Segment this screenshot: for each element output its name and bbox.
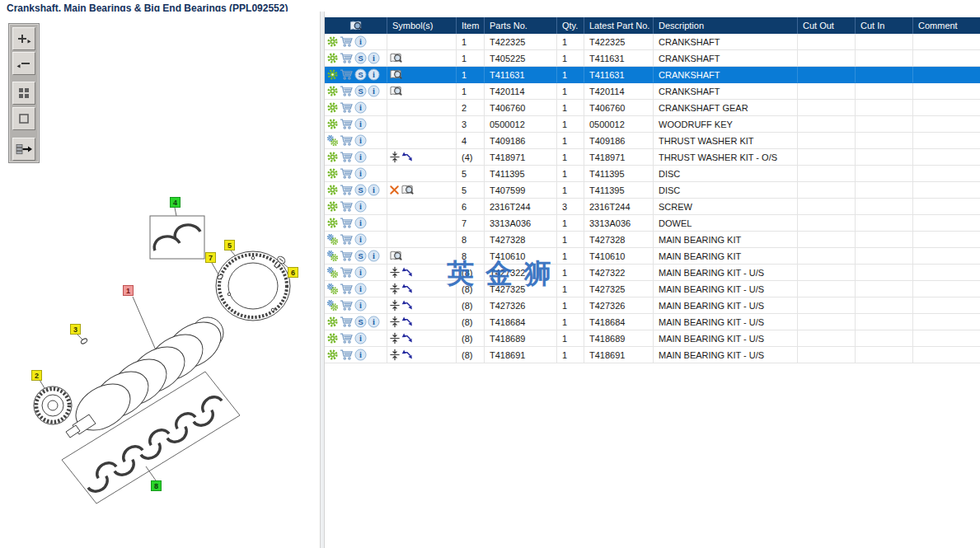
table-row[interactable]: i(8)T4273251T427325MAIN BEARING KIT - U/… <box>325 281 980 297</box>
gear-icon[interactable] <box>326 85 339 97</box>
table-row[interactable]: Si8T4106101T410610MAIN BEARING KIT <box>325 248 980 265</box>
callout-8[interactable]: 8 <box>151 480 162 491</box>
marquee-zoom-button[interactable] <box>12 107 35 130</box>
gear-icon[interactable] <box>326 68 339 81</box>
table-row[interactable]: Si1T4052251T411631CRANKSHAFT <box>325 50 980 67</box>
column-header-comment[interactable]: Comment <box>913 17 980 34</box>
cart-icon[interactable] <box>340 217 354 229</box>
callout-3[interactable]: 3 <box>70 324 81 335</box>
gear-icon[interactable] <box>326 332 339 344</box>
gear-icon[interactable] <box>326 101 339 114</box>
gear-icon[interactable] <box>326 118 339 130</box>
info-icon[interactable]: i <box>354 134 367 147</box>
cart-icon[interactable] <box>340 332 354 344</box>
table-row[interactable]: i8T4273281T427328MAIN BEARING KIT <box>325 232 980 248</box>
cart-icon[interactable] <box>340 349 354 361</box>
table-row[interactable]: i2T4067601T406760CRANKSHAFT GEAR <box>325 100 980 116</box>
cart-icon[interactable] <box>340 68 354 81</box>
cart-icon[interactable] <box>340 101 354 114</box>
cart-icon[interactable] <box>340 283 354 295</box>
cart-icon[interactable] <box>340 250 354 262</box>
info-icon[interactable]: i <box>354 101 367 114</box>
cart-icon[interactable] <box>340 52 354 64</box>
column-header-parts_no[interactable]: Parts No. <box>485 17 557 34</box>
cart-icon[interactable] <box>340 233 354 246</box>
column-header-cut_out[interactable]: Cut Out <box>798 17 856 34</box>
info-icon[interactable]: i <box>354 200 367 213</box>
cart-icon[interactable] <box>340 167 354 180</box>
callout-5[interactable]: 5 <box>224 240 235 251</box>
s-badge-icon[interactable]: S <box>354 316 367 328</box>
callout-2[interactable]: 2 <box>31 370 42 381</box>
table-row[interactable]: i5T4113951T411395DISC <box>325 166 980 182</box>
cart-icon[interactable] <box>340 299 354 311</box>
gear-icon[interactable] <box>326 151 339 163</box>
table-row[interactable]: i(8)T4273261T427326MAIN BEARING KIT - U/… <box>325 297 980 314</box>
s-badge-icon[interactable]: S <box>354 250 367 262</box>
column-header-symbols[interactable]: Symbol(s) <box>387 17 457 34</box>
gears-icon[interactable] <box>326 283 339 295</box>
info-icon[interactable]: i <box>354 332 367 344</box>
callout-6[interactable]: 6 <box>288 267 298 278</box>
gears-icon[interactable] <box>326 299 339 311</box>
column-header-description[interactable]: Description <box>654 17 798 34</box>
gears-icon[interactable] <box>326 134 339 147</box>
info-icon[interactable]: i <box>354 349 367 361</box>
gear-icon[interactable] <box>326 316 339 328</box>
info-icon[interactable]: i <box>368 52 380 64</box>
gear-icon[interactable] <box>326 167 339 180</box>
cart-icon[interactable] <box>340 85 354 97</box>
table-row[interactable]: i4T4091861T409186THRUST WASHER KIT <box>325 133 980 149</box>
gear-icon[interactable] <box>326 217 339 229</box>
cart-icon[interactable] <box>340 184 354 196</box>
info-icon[interactable]: i <box>354 233 367 246</box>
callout-7[interactable]: 7 <box>205 252 216 263</box>
callout-1[interactable]: 1 <box>123 285 134 296</box>
table-row[interactable]: Si1T4116311T411631CRANKSHAFT <box>325 67 980 83</box>
column-header-item[interactable]: Item <box>457 17 485 34</box>
gear-icon[interactable] <box>326 184 339 196</box>
table-row[interactable]: i62316T24432316T244SCREW <box>325 199 980 215</box>
cart-icon[interactable] <box>340 200 354 213</box>
callout-4[interactable]: 4 <box>170 197 181 208</box>
s-badge-icon[interactable]: S <box>354 184 367 196</box>
info-icon[interactable]: i <box>354 283 367 295</box>
table-row[interactable]: Si1T4201141T420114CRANKSHAFT <box>325 83 980 100</box>
zoom-out-button[interactable] <box>12 52 35 75</box>
cart-icon[interactable] <box>340 266 354 279</box>
info-icon[interactable]: i <box>354 151 367 163</box>
table-row[interactable]: Si5T4075991T411395DISC <box>325 182 980 199</box>
cart-icon[interactable] <box>340 35 354 48</box>
info-icon[interactable]: i <box>368 68 380 81</box>
info-icon[interactable]: i <box>354 167 367 180</box>
table-row[interactable]: i3050001210500012WOODRUFF KEY <box>325 116 980 133</box>
gears-icon[interactable] <box>326 250 339 262</box>
table-row[interactable]: i73313A03613313A036DOWEL <box>325 215 980 232</box>
export-panel-button[interactable] <box>12 138 35 161</box>
s-badge-icon[interactable]: S <box>354 85 367 97</box>
info-icon[interactable]: i <box>368 85 380 97</box>
gears-icon[interactable] <box>326 233 339 246</box>
table-row[interactable]: i(8)T4273221T427322MAIN BEARING KIT - U/… <box>325 265 980 281</box>
cart-icon[interactable] <box>340 316 354 328</box>
table-row[interactable]: Si(8)T4186841T418684MAIN BEARING KIT - U… <box>325 314 980 330</box>
info-icon[interactable]: i <box>354 118 367 130</box>
gears-icon[interactable] <box>326 266 339 279</box>
gear-icon[interactable] <box>326 349 339 361</box>
info-icon[interactable]: i <box>354 266 367 279</box>
gear-icon[interactable] <box>326 200 339 213</box>
column-header-latest_part_no[interactable]: Latest Part No. <box>584 17 654 34</box>
column-header-cut_in[interactable]: Cut In <box>856 17 913 34</box>
cart-icon[interactable] <box>340 118 354 130</box>
info-icon[interactable]: i <box>354 299 367 311</box>
table-row[interactable]: i(8)T4186891T418689MAIN BEARING KIT - U/… <box>325 330 980 347</box>
gear-icon[interactable] <box>326 35 339 48</box>
s-badge-icon[interactable]: S <box>354 68 367 81</box>
info-icon[interactable]: i <box>368 316 380 328</box>
table-row[interactable]: i(8)T4186911T418691MAIN BEARING KIT - U/… <box>325 347 980 363</box>
cart-icon[interactable] <box>340 134 354 147</box>
table-row[interactable]: i(4)T4189711T418971THRUST WASHER KIT - O… <box>325 149 980 166</box>
info-icon[interactable]: i <box>368 184 380 196</box>
info-icon[interactable]: i <box>354 35 367 48</box>
s-badge-icon[interactable]: S <box>354 52 367 64</box>
